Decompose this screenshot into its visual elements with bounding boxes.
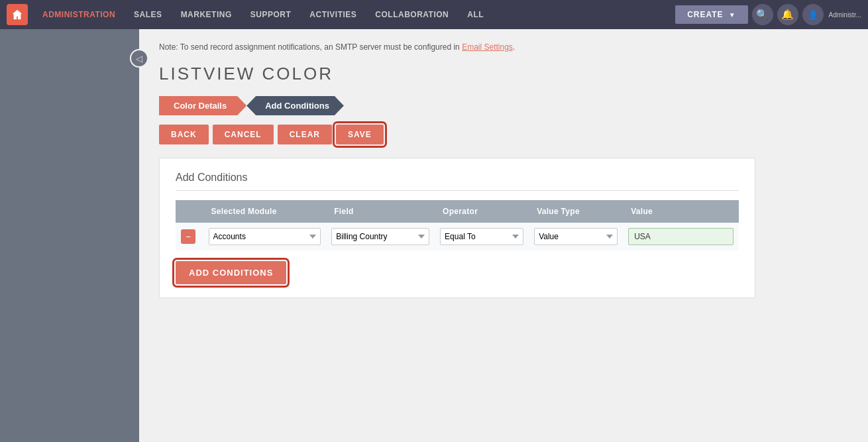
user-menu[interactable]: 👤 Administr...: [802, 4, 861, 25]
row-value-cell: [623, 223, 739, 250]
field-select[interactable]: Billing Country Name Phone Email: [331, 228, 429, 245]
nav-sales[interactable]: SALES: [125, 10, 172, 19]
note-bar: Note: To send record assignment notifica…: [159, 42, 848, 52]
topnav-right: CREATE ▼ 🔍 🔔 👤 Administr...: [675, 4, 861, 25]
top-navigation: ADMINISTRATION SALES MARKETING SUPPORT A…: [0, 0, 868, 29]
admin-label: Administr...: [829, 11, 861, 19]
field-select-wrap: Billing Country Name Phone Email: [331, 228, 429, 245]
nav-links: ADMINISTRATION SALES MARKETING SUPPORT A…: [33, 10, 675, 19]
nav-administration[interactable]: ADMINISTRATION: [33, 10, 125, 19]
row-operator-cell: Equal To Not Equal To Contains Starts Wi…: [435, 223, 529, 250]
operator-select-wrap: Equal To Not Equal To Contains Starts Wi…: [440, 228, 523, 245]
sidebar-toggle[interactable]: ◁: [130, 49, 148, 68]
notifications-icon[interactable]: 🔔: [777, 4, 798, 25]
conditions-card: Add Conditions Selected Module Field Ope…: [159, 158, 755, 298]
step-color-details[interactable]: Color Details: [159, 96, 246, 115]
add-conditions-button[interactable]: ADD CONDITIONS: [176, 261, 286, 284]
create-label: CREATE: [687, 10, 723, 19]
col-header-value: Value: [623, 200, 739, 223]
create-button[interactable]: CREATE ▼: [675, 5, 747, 24]
row-valuetype-cell: Value Field Any: [529, 223, 623, 250]
col-header-valuetype: Value Type: [529, 200, 623, 223]
main-layout: ◁ Note: To send record assignment notifi…: [0, 29, 868, 442]
nav-marketing[interactable]: MARKETING: [172, 10, 241, 19]
value-input[interactable]: [628, 228, 733, 245]
col-header-operator: Operator: [435, 200, 529, 223]
steps-breadcrumb: Color Details Add Conditions: [159, 96, 848, 115]
row-module-cell: Accounts Contacts Leads Opportunities: [203, 223, 327, 250]
save-button[interactable]: SAVE: [336, 125, 384, 144]
home-button[interactable]: [7, 4, 28, 25]
valuetype-select-wrap: Value Field Any: [534, 228, 618, 245]
clear-button[interactable]: CLEAR: [278, 125, 332, 144]
action-buttons: BACK CANCEL CLEAR SAVE: [159, 125, 848, 144]
content-area: Note: To send record assignment notifica…: [139, 29, 868, 311]
operator-select[interactable]: Equal To Not Equal To Contains Starts Wi…: [440, 228, 523, 245]
note-suffix: .: [513, 42, 515, 52]
table-row: − Accounts Contacts Leads Opportunities: [176, 223, 739, 250]
nav-collaboration[interactable]: COLLABORATION: [366, 10, 458, 19]
table-body: − Accounts Contacts Leads Opportunities: [176, 223, 739, 250]
module-select-wrap: Accounts Contacts Leads Opportunities: [209, 228, 321, 245]
table-header: Selected Module Field Operator Value Typ…: [176, 200, 739, 223]
back-button[interactable]: BACK: [159, 125, 209, 144]
nav-activities[interactable]: ACTIVITIES: [300, 10, 366, 19]
module-select[interactable]: Accounts Contacts Leads Opportunities: [209, 228, 321, 245]
delete-row-button[interactable]: −: [181, 229, 195, 244]
conditions-table: Selected Module Field Operator Value Typ…: [176, 200, 739, 250]
nav-all[interactable]: ALL: [458, 10, 493, 19]
page-title: LISTVIEW COLOR: [159, 64, 848, 84]
row-field-cell: Billing Country Name Phone Email: [326, 223, 435, 250]
card-title: Add Conditions: [176, 172, 739, 191]
email-settings-link[interactable]: Email Settings: [462, 42, 513, 52]
step-add-conditions[interactable]: Add Conditions: [246, 96, 344, 115]
note-text: Note: To send record assignment notifica…: [159, 42, 462, 52]
avatar: 👤: [802, 4, 824, 25]
col-header-module: Selected Module: [203, 200, 327, 223]
sidebar: ◁: [0, 29, 139, 442]
valuetype-select[interactable]: Value Field Any: [534, 228, 618, 245]
col-header-delete: [176, 200, 203, 223]
main-content: Note: To send record assignment notifica…: [139, 29, 868, 442]
cancel-button[interactable]: CANCEL: [213, 125, 274, 144]
search-icon[interactable]: 🔍: [752, 4, 773, 25]
col-header-field: Field: [326, 200, 435, 223]
row-delete-cell: −: [176, 223, 203, 250]
nav-support[interactable]: SUPPORT: [241, 10, 301, 19]
create-dropdown-arrow: ▼: [729, 11, 736, 19]
